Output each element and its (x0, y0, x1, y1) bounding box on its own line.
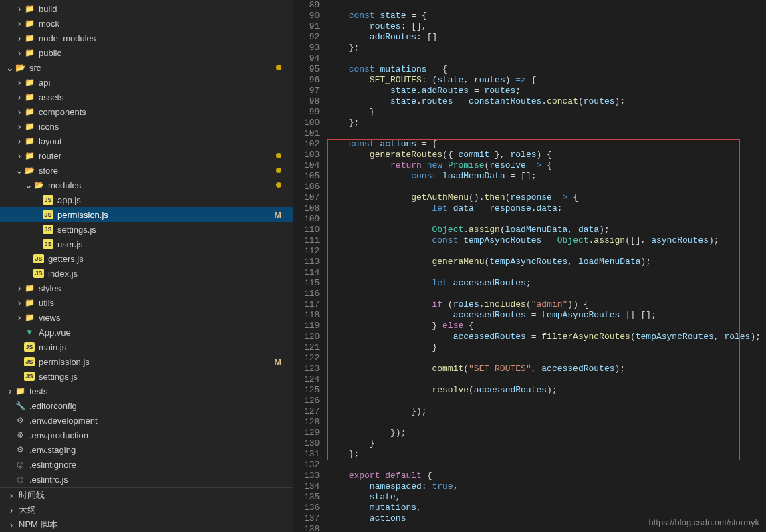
chevron-right-icon[interactable]: › (15, 92, 24, 102)
code-line[interactable]: } (328, 438, 761, 449)
tree-item-mock[interactable]: ›📁mock (0, 16, 293, 31)
code-line[interactable]: SET_ROUTES: (state, routes) => { (328, 75, 761, 86)
tree-item-api[interactable]: ›📁api (0, 75, 293, 90)
tree-item-store[interactable]: ⌄📂store (0, 163, 293, 178)
code-line[interactable] (328, 417, 761, 428)
tree-item-settings-js[interactable]: ›JSsettings.js (0, 369, 293, 384)
tree-item-modules[interactable]: ⌄📂modules (0, 178, 293, 192)
tree-item-app-js[interactable]: ›JSapp.js (0, 192, 293, 207)
code-line[interactable]: let accessedRoutes; (328, 278, 761, 289)
code-line[interactable]: generaMenu(tempAsyncRoutes, loadMenuData… (328, 257, 761, 267)
code-line[interactable]: }; (328, 118, 761, 128)
code-line[interactable]: const state = { (328, 11, 761, 21)
code-line[interactable] (328, 374, 761, 385)
chevron-right-icon[interactable]: › (15, 136, 24, 146)
code-line[interactable]: addRoutes: [] (328, 32, 761, 43)
chevron-right-icon[interactable]: › (15, 19, 24, 28)
tree-item-icons[interactable]: ›📁icons (0, 119, 293, 134)
code-line[interactable]: const mutations = { (328, 64, 761, 75)
code-line[interactable]: const loadMenuData = []; (328, 171, 761, 182)
code-line[interactable]: actions (328, 513, 761, 524)
chevron-right-icon[interactable]: › (15, 107, 24, 116)
code-line[interactable]: export default { (328, 471, 761, 481)
tree-item--eslintrc-js[interactable]: ›◎.eslintrc.js (0, 472, 293, 487)
tree-item-utils[interactable]: ›📁utils (0, 295, 293, 310)
tree-item-permission-js[interactable]: ›JSpermission.jsM (0, 207, 293, 222)
chevron-right-icon[interactable]: › (5, 386, 15, 396)
code-line[interactable]: Object.assign(loadMenuData, data); (328, 225, 761, 235)
tree-item-node_modules[interactable]: ›📁node_modules (0, 31, 293, 45)
code-line[interactable] (328, 128, 761, 139)
file-tree[interactable]: ›📁build›📁mock›📁node_modules›📁public⌄📂src… (0, 0, 293, 487)
code-line[interactable]: }); (328, 428, 761, 438)
code-line[interactable] (328, 353, 761, 364)
chevron-right-icon[interactable]: › (15, 122, 24, 131)
code-line[interactable] (328, 214, 761, 225)
panel-npm-scripts[interactable]: ›NPM 脚本 (0, 517, 293, 532)
tree-item-permission-js[interactable]: ›JSpermission.jsM (0, 354, 293, 369)
tree-item-router[interactable]: ›📁router (0, 148, 293, 163)
tree-item-settings-js[interactable]: ›JSsettings.js (0, 222, 293, 237)
code-line[interactable]: const tempAsyncRoutes = Object.assign([]… (328, 235, 761, 246)
code-line[interactable]: state.addRoutes = routes; (328, 86, 761, 96)
tree-item-main-js[interactable]: ›JSmain.js (0, 340, 293, 354)
panel-outline[interactable]: ›大纲 (0, 503, 293, 517)
tree-item-styles[interactable]: ›📁styles (0, 281, 293, 295)
chevron-down-icon[interactable]: ⌄ (15, 166, 24, 175)
code-line[interactable] (328, 396, 761, 406)
code-line[interactable]: } else { (328, 321, 761, 331)
code-line[interactable]: if (roles.includes("admin")) { (328, 299, 761, 310)
code-line[interactable]: accessedRoutes = tempAsyncRoutes || []; (328, 310, 761, 321)
code-line[interactable]: return new Promise(resolve => { (328, 160, 761, 171)
code-line[interactable]: }; (328, 43, 761, 53)
tree-item-App-vue[interactable]: ›▼App.vue (0, 325, 293, 340)
chevron-down-icon[interactable]: ⌄ (24, 180, 33, 190)
chevron-down-icon[interactable]: ⌄ (5, 63, 15, 72)
tree-item-getters-js[interactable]: ›JSgetters.js (0, 251, 293, 266)
code-line[interactable]: routes: [], (328, 21, 761, 32)
tree-item-user-js[interactable]: ›JSuser.js (0, 237, 293, 251)
code-line[interactable]: mutations, (328, 503, 761, 513)
code-area[interactable]: const state = { routes: [], addRoutes: [… (328, 0, 766, 532)
code-line[interactable] (328, 53, 761, 64)
tree-item-public[interactable]: ›📁public (0, 45, 293, 60)
tree-item--env-development[interactable]: ›⚙.env.development (0, 413, 293, 428)
code-line[interactable]: namespaced: true, (328, 481, 761, 492)
code-line[interactable] (328, 524, 761, 532)
code-line[interactable]: }; (328, 449, 761, 460)
panel-timeline[interactable]: ›时间线 (0, 488, 293, 503)
tree-item-components[interactable]: ›📁components (0, 104, 293, 119)
code-line[interactable]: }); (328, 406, 761, 417)
code-line[interactable]: generateRoutes({ commit }, roles) { (328, 150, 761, 160)
code-line[interactable]: getAuthMenu().then(response => { (328, 192, 761, 203)
tree-item--editorconfig[interactable]: ›🔧.editorconfig (0, 398, 293, 413)
code-line[interactable] (328, 0, 761, 11)
chevron-right-icon[interactable]: › (15, 283, 24, 293)
tree-item-src[interactable]: ⌄📂src (0, 60, 293, 75)
tree-item-index-js[interactable]: ›JSindex.js (0, 266, 293, 281)
tree-item-layout[interactable]: ›📁layout (0, 134, 293, 148)
code-line[interactable] (328, 267, 761, 278)
tree-item-views[interactable]: ›📁views (0, 310, 293, 325)
chevron-right-icon[interactable]: › (15, 151, 24, 160)
tree-item--env-staging[interactable]: ›⚙.env.staging (0, 442, 293, 457)
chevron-right-icon[interactable]: › (15, 298, 24, 307)
code-line[interactable]: resolve(accessedRoutes); (328, 385, 761, 396)
code-line[interactable]: const actions = { (328, 139, 761, 150)
tree-item-assets[interactable]: ›📁assets (0, 90, 293, 104)
code-line[interactable]: state, (328, 492, 761, 503)
chevron-right-icon[interactable]: › (15, 4, 24, 13)
code-line[interactable]: } (328, 107, 761, 118)
code-line[interactable]: let data = response.data; (328, 203, 761, 214)
chevron-right-icon[interactable]: › (15, 78, 24, 87)
tree-item--env-production[interactable]: ›⚙.env.production (0, 428, 293, 442)
code-line[interactable] (328, 460, 761, 471)
code-line[interactable] (328, 289, 761, 299)
chevron-right-icon[interactable]: › (15, 33, 24, 43)
code-line[interactable]: state.routes = constantRoutes.concat(rou… (328, 96, 761, 107)
chevron-right-icon[interactable]: › (15, 313, 24, 322)
code-line[interactable]: accessedRoutes = filterAsyncRoutes(tempA… (328, 331, 761, 342)
chevron-right-icon[interactable]: › (15, 48, 24, 57)
code-line[interactable] (328, 246, 761, 257)
code-line[interactable]: } (328, 342, 761, 353)
